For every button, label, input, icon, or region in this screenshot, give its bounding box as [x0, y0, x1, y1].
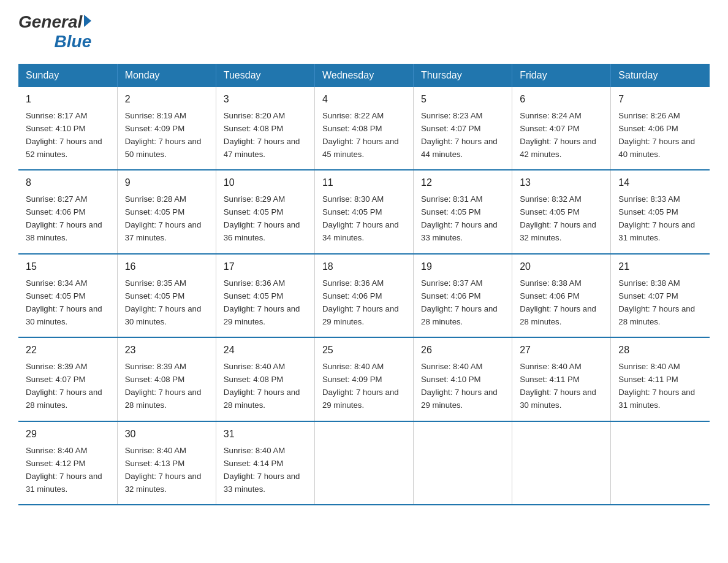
calendar-cell: 23Sunrise: 8:39 AMSunset: 4:08 PMDayligh…: [117, 337, 216, 421]
day-detail: Sunrise: 8:38 AMSunset: 4:07 PMDaylight:…: [618, 278, 695, 326]
header-thursday: Thursday: [414, 64, 512, 87]
day-detail: Sunrise: 8:28 AMSunset: 4:05 PMDaylight:…: [125, 194, 202, 242]
day-number: 13: [520, 175, 603, 191]
calendar-cell: 20Sunrise: 8:38 AMSunset: 4:06 PMDayligh…: [512, 254, 611, 337]
day-number: 6: [520, 92, 603, 107]
day-detail: Sunrise: 8:32 AMSunset: 4:05 PMDaylight:…: [520, 194, 596, 242]
day-number: 10: [224, 175, 307, 191]
day-detail: Sunrise: 8:24 AMSunset: 4:07 PMDaylight:…: [520, 111, 596, 159]
day-detail: Sunrise: 8:27 AMSunset: 4:06 PMDaylight:…: [26, 194, 102, 242]
day-number: 16: [125, 259, 208, 275]
day-detail: Sunrise: 8:35 AMSunset: 4:05 PMDaylight:…: [125, 278, 202, 326]
day-number: 28: [618, 343, 702, 358]
calendar-cell: 8Sunrise: 8:27 AMSunset: 4:06 PMDaylight…: [18, 170, 117, 253]
calendar-cell: 19Sunrise: 8:37 AMSunset: 4:06 PMDayligh…: [414, 254, 512, 337]
day-number: 20: [520, 259, 603, 275]
day-number: 14: [618, 175, 702, 191]
day-detail: Sunrise: 8:37 AMSunset: 4:06 PMDaylight:…: [421, 278, 498, 326]
day-detail: Sunrise: 8:36 AMSunset: 4:05 PMDaylight:…: [224, 278, 300, 326]
logo: General Blue: [18, 12, 91, 52]
day-detail: Sunrise: 8:33 AMSunset: 4:05 PMDaylight:…: [618, 194, 695, 242]
day-detail: Sunrise: 8:40 AMSunset: 4:09 PMDaylight:…: [322, 362, 399, 410]
calendar-table: SundayMondayTuesdayWednesdayThursdayFrid…: [18, 64, 710, 505]
calendar-cell: 27Sunrise: 8:40 AMSunset: 4:11 PMDayligh…: [512, 337, 611, 421]
day-number: 15: [26, 259, 110, 275]
day-detail: Sunrise: 8:31 AMSunset: 4:05 PMDaylight:…: [421, 194, 498, 242]
day-detail: Sunrise: 8:40 AMSunset: 4:12 PMDaylight:…: [26, 446, 102, 494]
calendar-cell: 3Sunrise: 8:20 AMSunset: 4:08 PMDaylight…: [216, 87, 314, 170]
calendar-cell: 16Sunrise: 8:35 AMSunset: 4:05 PMDayligh…: [117, 254, 216, 337]
day-detail: Sunrise: 8:40 AMSunset: 4:13 PMDaylight:…: [125, 446, 202, 494]
day-detail: Sunrise: 8:23 AMSunset: 4:07 PMDaylight:…: [421, 111, 498, 159]
day-number: 26: [421, 343, 504, 358]
logo-general-text: General: [18, 12, 82, 32]
week-row-4: 22Sunrise: 8:39 AMSunset: 4:07 PMDayligh…: [18, 337, 710, 421]
header-wednesday: Wednesday: [314, 64, 413, 87]
day-number: 9: [125, 175, 208, 191]
day-number: 22: [26, 343, 110, 358]
day-number: 18: [322, 259, 406, 275]
calendar-cell: 9Sunrise: 8:28 AMSunset: 4:05 PMDaylight…: [117, 170, 216, 253]
calendar-cell: [314, 421, 413, 505]
calendar-cell: [512, 421, 611, 505]
day-number: 8: [26, 175, 110, 191]
header-monday: Monday: [117, 64, 216, 87]
day-number: 30: [125, 427, 208, 442]
logo-arrow-icon: [84, 15, 91, 27]
day-number: 4: [322, 92, 406, 107]
day-detail: Sunrise: 8:26 AMSunset: 4:06 PMDaylight:…: [618, 111, 695, 159]
calendar-cell: 31Sunrise: 8:40 AMSunset: 4:14 PMDayligh…: [216, 421, 314, 505]
day-detail: Sunrise: 8:22 AMSunset: 4:08 PMDaylight:…: [322, 111, 399, 159]
week-row-2: 8Sunrise: 8:27 AMSunset: 4:06 PMDaylight…: [18, 170, 710, 253]
calendar-cell: 22Sunrise: 8:39 AMSunset: 4:07 PMDayligh…: [18, 337, 117, 421]
calendar-header-row: SundayMondayTuesdayWednesdayThursdayFrid…: [18, 64, 710, 87]
day-detail: Sunrise: 8:36 AMSunset: 4:06 PMDaylight:…: [322, 278, 399, 326]
calendar-cell: 2Sunrise: 8:19 AMSunset: 4:09 PMDaylight…: [117, 87, 216, 170]
day-number: 3: [224, 92, 307, 107]
day-number: 2: [125, 92, 208, 107]
week-row-1: 1Sunrise: 8:17 AMSunset: 4:10 PMDaylight…: [18, 87, 710, 170]
day-detail: Sunrise: 8:40 AMSunset: 4:14 PMDaylight:…: [224, 446, 300, 494]
calendar-cell: [611, 421, 710, 505]
day-number: 23: [125, 343, 208, 358]
calendar-cell: 29Sunrise: 8:40 AMSunset: 4:12 PMDayligh…: [18, 421, 117, 505]
day-detail: Sunrise: 8:19 AMSunset: 4:09 PMDaylight:…: [125, 111, 202, 159]
calendar-cell: 30Sunrise: 8:40 AMSunset: 4:13 PMDayligh…: [117, 421, 216, 505]
calendar-cell: 6Sunrise: 8:24 AMSunset: 4:07 PMDaylight…: [512, 87, 611, 170]
day-number: 19: [421, 259, 504, 275]
week-row-3: 15Sunrise: 8:34 AMSunset: 4:05 PMDayligh…: [18, 254, 710, 337]
calendar-cell: 5Sunrise: 8:23 AMSunset: 4:07 PMDaylight…: [414, 87, 512, 170]
header-sunday: Sunday: [18, 64, 117, 87]
day-number: 24: [224, 343, 307, 358]
calendar-cell: 25Sunrise: 8:40 AMSunset: 4:09 PMDayligh…: [314, 337, 413, 421]
day-number: 12: [421, 175, 504, 191]
day-number: 5: [421, 92, 504, 107]
calendar-cell: 4Sunrise: 8:22 AMSunset: 4:08 PMDaylight…: [314, 87, 413, 170]
calendar-cell: 17Sunrise: 8:36 AMSunset: 4:05 PMDayligh…: [216, 254, 314, 337]
day-detail: Sunrise: 8:39 AMSunset: 4:07 PMDaylight:…: [26, 362, 102, 410]
calendar-cell: [414, 421, 512, 505]
day-number: 31: [224, 427, 307, 442]
day-number: 7: [618, 92, 702, 107]
day-number: 1: [26, 92, 110, 107]
day-number: 17: [224, 259, 307, 275]
calendar-cell: 18Sunrise: 8:36 AMSunset: 4:06 PMDayligh…: [314, 254, 413, 337]
header-tuesday: Tuesday: [216, 64, 314, 87]
calendar-cell: 1Sunrise: 8:17 AMSunset: 4:10 PMDaylight…: [18, 87, 117, 170]
day-detail: Sunrise: 8:39 AMSunset: 4:08 PMDaylight:…: [125, 362, 202, 410]
calendar-cell: 13Sunrise: 8:32 AMSunset: 4:05 PMDayligh…: [512, 170, 611, 253]
header-saturday: Saturday: [611, 64, 710, 87]
calendar-cell: 7Sunrise: 8:26 AMSunset: 4:06 PMDaylight…: [611, 87, 710, 170]
week-row-5: 29Sunrise: 8:40 AMSunset: 4:12 PMDayligh…: [18, 421, 710, 505]
day-detail: Sunrise: 8:40 AMSunset: 4:10 PMDaylight:…: [421, 362, 498, 410]
day-detail: Sunrise: 8:38 AMSunset: 4:06 PMDaylight:…: [520, 278, 596, 326]
day-number: 25: [322, 343, 406, 358]
day-detail: Sunrise: 8:29 AMSunset: 4:05 PMDaylight:…: [224, 194, 300, 242]
day-detail: Sunrise: 8:40 AMSunset: 4:11 PMDaylight:…: [520, 362, 596, 410]
calendar-cell: 11Sunrise: 8:30 AMSunset: 4:05 PMDayligh…: [314, 170, 413, 253]
logo-blue-text: Blue: [55, 32, 92, 52]
header-friday: Friday: [512, 64, 611, 87]
calendar-cell: 21Sunrise: 8:38 AMSunset: 4:07 PMDayligh…: [611, 254, 710, 337]
calendar-cell: 28Sunrise: 8:40 AMSunset: 4:11 PMDayligh…: [611, 337, 710, 421]
calendar-cell: 10Sunrise: 8:29 AMSunset: 4:05 PMDayligh…: [216, 170, 314, 253]
